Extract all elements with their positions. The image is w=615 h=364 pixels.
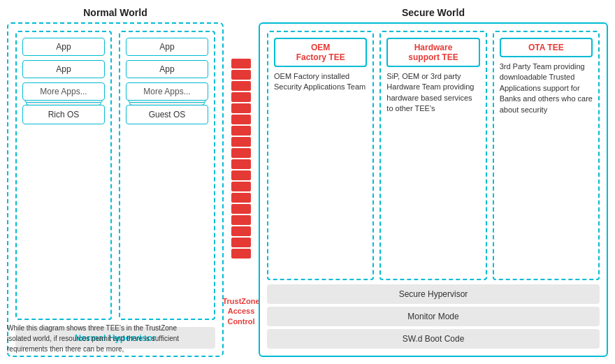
normal-world-box: App App More Apps... Rich OS App App bbox=[7, 22, 224, 357]
normal-world-section: Normal World App App More Apps... Rich O… bbox=[7, 7, 224, 357]
brick-4 bbox=[231, 92, 251, 102]
normal-apps-row: App App More Apps... Rich OS App App bbox=[15, 31, 215, 320]
brick-8 bbox=[231, 137, 251, 147]
rich-os-box: Rich OS bbox=[22, 105, 105, 124]
ota-tee-col: OTA TEE 3rd Party Team providing downloa… bbox=[493, 31, 600, 280]
brick-13 bbox=[231, 193, 251, 203]
secure-world-box: OEMFactory TEE OEM Factory installed Sec… bbox=[259, 22, 608, 357]
more-apps-box-1: More Apps... bbox=[22, 82, 105, 101]
brick-17 bbox=[231, 238, 251, 247]
brick-7 bbox=[231, 126, 251, 136]
footnote-text: While this diagram shows three TEE's in … bbox=[7, 323, 203, 354]
secure-world-section: Secure World OEMFactory TEE OEM Factory … bbox=[259, 7, 608, 357]
secure-world-title: Secure World bbox=[259, 7, 608, 18]
brick-16 bbox=[231, 226, 251, 236]
guest-os-box: Guest OS bbox=[126, 105, 208, 124]
hw-tee-col: Hardwaresupport TEE SiP, OEM or 3rd part… bbox=[379, 31, 486, 280]
tee-row: OEMFactory TEE OEM Factory installed Sec… bbox=[267, 31, 600, 280]
normal-world-title: Normal World bbox=[7, 7, 224, 18]
secure-bottom-layers: Secure Hypervisor Monitor Mode SW.d Boot… bbox=[267, 284, 600, 349]
app-box-1: App bbox=[22, 38, 105, 56]
more-apps-box-2: More Apps... bbox=[126, 82, 208, 101]
secure-hypervisor-layer: Secure Hypervisor bbox=[267, 284, 600, 304]
normal-col-1: App App More Apps... Rich OS bbox=[15, 31, 112, 320]
ota-tee-header: OTA TEE bbox=[500, 38, 593, 57]
normal-col-2: App App More Apps... Guest OS bbox=[119, 31, 215, 320]
brick-9 bbox=[231, 148, 251, 158]
ota-tee-description: 3rd Party Team providing downloadable Tr… bbox=[500, 61, 593, 115]
trustzone-separator: TrustZoneAccessControl bbox=[224, 7, 259, 357]
hw-tee-header: Hardwaresupport TEE bbox=[386, 38, 479, 67]
hw-tee-description: SiP, OEM or 3rd party Hardware Team prov… bbox=[386, 71, 479, 115]
trustzone-label: TrustZoneAccessControl bbox=[222, 296, 259, 326]
brick-11 bbox=[231, 170, 251, 180]
monitor-mode-layer: Monitor Mode bbox=[267, 307, 600, 326]
oem-tee-description: OEM Factory installed Security Applicati… bbox=[274, 71, 367, 93]
brick-14 bbox=[231, 204, 251, 214]
brick-18 bbox=[231, 249, 251, 259]
brick-2 bbox=[231, 70, 251, 80]
brick-1 bbox=[231, 59, 251, 68]
oem-tee-col: OEMFactory TEE OEM Factory installed Sec… bbox=[267, 31, 374, 280]
app-box-3: App bbox=[126, 38, 208, 56]
brick-3 bbox=[231, 81, 251, 91]
brick-column bbox=[231, 52, 251, 289]
oem-tee-header: OEMFactory TEE bbox=[274, 38, 367, 67]
brick-15 bbox=[231, 215, 251, 225]
app-box-4: App bbox=[126, 60, 208, 78]
brick-10 bbox=[231, 159, 251, 169]
boot-code-layer: SW.d Boot Code bbox=[267, 329, 600, 349]
brick-12 bbox=[231, 182, 251, 191]
brick-6 bbox=[231, 115, 251, 124]
app-box-2: App bbox=[22, 60, 105, 78]
brick-5 bbox=[231, 103, 251, 113]
